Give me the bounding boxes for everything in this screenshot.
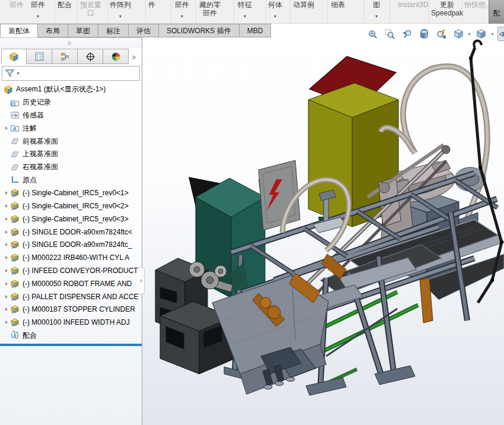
expand-arrow-icon[interactable] bbox=[5, 204, 8, 208]
expand-arrow-icon[interactable] bbox=[5, 126, 8, 130]
assembly-3d-scene[interactable] bbox=[142, 24, 504, 425]
tree-item[interactable]: 右视基准面 bbox=[0, 161, 142, 174]
tree-item[interactable]: 历史记录 bbox=[0, 96, 142, 109]
zoom-area-icon bbox=[384, 28, 395, 40]
tree-item[interactable]: (-) Single-Cabinet_IRC5_rev0<2> bbox=[0, 199, 142, 213]
bill-of-materials-button[interactable]: 细表 bbox=[331, 1, 345, 9]
tab-solidworks-addins[interactable]: SOLIDWORKS 插件 bbox=[159, 24, 240, 37]
tree-item[interactable]: (-) M000187 STOPPER CYLINDER bbox=[0, 303, 142, 316]
tree-root-item[interactable]: Assem1 (默认<显示状态-1>) bbox=[0, 83, 142, 96]
tree-item[interactable]: (-) PALLET DISPENSER AND ACCE bbox=[0, 290, 142, 303]
new-motion-study-button[interactable]: 动算例 bbox=[293, 1, 314, 9]
hide-show-items-button[interactable] bbox=[497, 27, 504, 41]
tab-标注[interactable]: 标注 bbox=[98, 24, 129, 37]
component-icon bbox=[10, 240, 20, 249]
take-snapshot-button[interactable]: 拍快照... bbox=[464, 1, 492, 9]
feature-tree: Assem1 (默认<显示状态-1>)历史记录传感器A注解前视基准面上视基准面右… bbox=[0, 81, 142, 342]
view-orientation-button[interactable] bbox=[451, 27, 465, 41]
show-hidden-components-button[interactable]: 藏的零部件 bbox=[199, 1, 221, 17]
tree-item[interactable]: A注解 bbox=[0, 122, 142, 135]
zoom-fit-button[interactable] bbox=[365, 27, 379, 41]
assembly-features-button[interactable]: 特征▼ bbox=[238, 1, 252, 18]
tab-MBD[interactable]: MBD bbox=[240, 24, 272, 37]
ribbon-group-separator bbox=[363, 0, 364, 23]
previous-view-button[interactable] bbox=[400, 27, 414, 41]
tree-item[interactable]: 原点 bbox=[0, 174, 142, 187]
component-preview-window-button[interactable]: 预览窗口 bbox=[80, 1, 101, 17]
tree-item-label: (-) M000187 STOPPER CYLINDER bbox=[23, 305, 135, 313]
tree-item-label: (-) M000222 IRB460-WITH CYL A bbox=[23, 253, 129, 262]
smart-fasteners-fragment[interactable]: 件 bbox=[148, 1, 155, 9]
panel-splitter-handle[interactable] bbox=[138, 267, 145, 294]
expand-arrow-icon[interactable] bbox=[5, 243, 8, 246]
display-style-button[interactable] bbox=[474, 27, 489, 41]
dropdown-arrow-icon[interactable]: ▼ bbox=[467, 32, 471, 36]
tree-filter-dropdown[interactable]: ▼ bbox=[2, 66, 140, 81]
displaymanager-icon bbox=[111, 52, 121, 62]
tree-item[interactable]: (-) M000050 ROBOT FRAME AND bbox=[0, 277, 142, 290]
component-icon bbox=[10, 188, 20, 198]
hidden-components-fragment[interactable]: 部件 bbox=[9, 1, 24, 9]
tab-dimxpertmanager[interactable] bbox=[78, 49, 103, 64]
tab-featuremanager[interactable] bbox=[1, 49, 27, 64]
dropdown-arrow-icon[interactable]: ▼ bbox=[490, 32, 495, 36]
edit-component-button[interactable]: 部件▼ bbox=[31, 1, 45, 18]
component-icon bbox=[10, 279, 20, 288]
component-icon bbox=[10, 201, 20, 211]
tab-propertymanager[interactable] bbox=[27, 49, 52, 64]
tab-草图[interactable]: 草图 bbox=[68, 24, 98, 37]
exploded-view-button[interactable]: 图▼ bbox=[373, 1, 380, 18]
reference-geometry-button[interactable]: 何体▼ bbox=[268, 1, 282, 18]
tab-布局[interactable]: 布局 bbox=[38, 24, 68, 37]
dropdown-arrow-icon: ▼ bbox=[175, 14, 189, 18]
tree-item[interactable]: (-) Single-Cabinet_IRC5_rev0<3> bbox=[0, 213, 142, 226]
tree-item-label: 前视基准面 bbox=[23, 137, 58, 147]
component-pattern-button[interactable]: 件阵列▼ bbox=[110, 1, 131, 18]
expand-arrow-icon[interactable] bbox=[5, 307, 8, 311]
tree-item[interactable]: (-) M000222 IRB460-WITH CYL A bbox=[0, 251, 142, 264]
zoom-fit-icon bbox=[367, 28, 378, 40]
move-component-button[interactable]: 部件▼ bbox=[175, 1, 189, 18]
rollback-bar[interactable] bbox=[0, 344, 142, 346]
large-assembly-mode-button[interactable]: 配 bbox=[489, 0, 504, 24]
tree-item[interactable]: (-) SINGLE DOOR-a90xm7824ftc_ bbox=[0, 239, 142, 252]
view-settings-icon: A bbox=[436, 28, 447, 40]
expand-arrow-icon[interactable] bbox=[5, 191, 8, 195]
tree-item[interactable]: (-) Single-Cabinet_IRC5_rev0<1> bbox=[0, 186, 142, 199]
tab-displaymanager[interactable] bbox=[103, 49, 129, 64]
manager-tab-strip: > bbox=[0, 48, 142, 64]
panel-splitter-horizontal[interactable] bbox=[0, 38, 142, 48]
tab-评估[interactable]: 评估 bbox=[129, 24, 159, 37]
instant3d-button[interactable]: Instant3D bbox=[398, 1, 428, 9]
ribbon-toolbar: 部件部件▼配合预览窗口件阵列▼件部件▼藏的零部件特征▼何体▼动算例细表图▼Ins… bbox=[0, 0, 504, 24]
tree-item[interactable]: (-) INFEED CONVEYOR-PRODUCT bbox=[0, 264, 142, 277]
expand-arrow-icon[interactable] bbox=[5, 321, 8, 324]
expand-arrow-icon[interactable] bbox=[5, 217, 8, 221]
manager-tabs-overflow-button[interactable]: > bbox=[129, 53, 141, 64]
expand-arrow-icon[interactable] bbox=[5, 282, 8, 286]
tree-item-label: (-) Single-Cabinet_IRC5_rev0<1> bbox=[23, 189, 129, 197]
update-speedpak-button[interactable]: 更新Speedpak bbox=[431, 1, 463, 17]
view-settings-button[interactable]: A bbox=[434, 27, 448, 41]
tree-item[interactable]: (-) M000100 INFEED WIDTH ADJ bbox=[0, 316, 142, 329]
tree-item[interactable]: 传感器 bbox=[0, 109, 142, 122]
tree-item[interactable]: (-) SINGLE DOOR-a90xm7824ftc< bbox=[0, 226, 142, 239]
expand-arrow-icon[interactable] bbox=[5, 269, 8, 272]
expand-arrow-icon[interactable] bbox=[5, 230, 8, 234]
ribbon-group-separator bbox=[327, 0, 328, 23]
ribbon-group-separator bbox=[107, 0, 108, 23]
tree-item[interactable]: 配合 bbox=[0, 329, 142, 342]
tab-装配体[interactable]: 装配体 bbox=[0, 24, 38, 37]
feature-manager-panel: > ▼ Assem1 (默认<显示状态-1>)历史记录传感器A注解前视基准面上视… bbox=[0, 37, 142, 425]
tab-configurationmanager[interactable] bbox=[52, 49, 78, 64]
previous-view-icon bbox=[401, 28, 413, 40]
mate-button[interactable]: 配合 bbox=[58, 1, 72, 9]
zoom-area-button[interactable] bbox=[382, 27, 397, 41]
tree-item[interactable]: 前视基准面 bbox=[0, 135, 142, 148]
expand-arrow-icon[interactable] bbox=[5, 295, 8, 299]
expand-arrow-icon[interactable] bbox=[5, 256, 8, 259]
section-view-button[interactable] bbox=[417, 27, 431, 41]
tree-item[interactable]: 上视基准面 bbox=[0, 148, 142, 161]
graphics-area[interactable]: A▼▼ bbox=[142, 24, 504, 425]
assembly-icon bbox=[4, 85, 13, 94]
